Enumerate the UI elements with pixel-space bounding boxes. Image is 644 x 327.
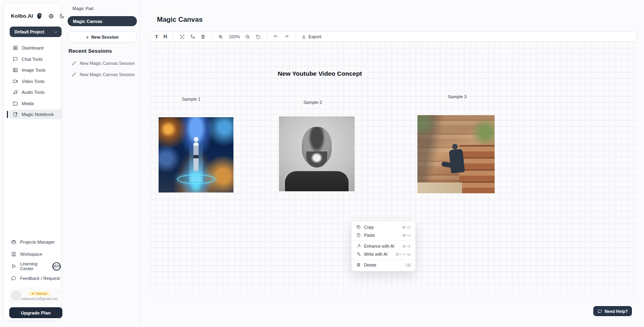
sidebar-item-workspace[interactable]: Workspace [9,249,62,259]
context-menu-enhance-with-ai[interactable]: Enhance with AI ⌘+E [352,242,415,250]
user-account[interactable]: Owner zoharvan12@gmail.com [8,287,63,304]
canvas-toolbar: T H 100% Export [150,31,637,42]
need-help-button[interactable]: Need Help? [593,306,632,316]
menu-shortcut: ⌘+⇧+W [395,252,411,257]
heading-tool-button[interactable]: H [163,34,167,39]
canvas-heading[interactable]: New Youtube Video Concept [278,70,362,77]
sample-1-image[interactable] [159,117,233,192]
undo-button[interactable] [273,34,279,39]
menu-divider [352,259,415,260]
new-session-button[interactable]: + New Session [68,31,137,43]
zoom-level: 100% [229,34,240,39]
need-help-label: Need Help? [605,309,628,314]
context-menu-paste[interactable]: Paste ⌘+V [352,231,415,239]
divider [212,34,212,40]
menu-label: Write with AI [364,252,392,257]
chevron-down-icon [54,30,58,34]
audio-icon [12,89,18,95]
menu-label: Paste [364,233,399,238]
feedback-bubble-icon [11,275,17,281]
sidebar-item-label: Image Tools [22,68,45,72]
user-email: zoharvan12@gmail.com [21,297,58,301]
context-menu-delete[interactable]: Delete ⌫ [352,261,415,269]
language-globe-icon[interactable] [48,13,54,19]
sample-1-label[interactable]: Sample 1 [182,97,200,101]
nav-magic-pad[interactable]: Magic Pad [72,6,93,11]
folder-icon [12,101,18,106]
session-label: New Magic Canvas Session [80,72,135,77]
menu-divider [352,240,415,241]
new-session-label: New Session [91,35,119,39]
sidebar-item-label: Dashboard [22,46,43,50]
sample-3-label[interactable]: Sample 3 [448,94,466,99]
menu-shortcut: ⌘+V [402,233,411,238]
export-button[interactable]: Export [301,34,321,39]
notebook-icon [12,112,18,117]
session-item[interactable]: New Magic Canvas Session [72,72,135,77]
learning-progress-badge: 66% [52,262,61,271]
sessions-panel: Magic Pad Magic Canvas + New Session Rec… [61,0,140,327]
sidebar-item-projects-manager[interactable]: Projects Manager [9,237,62,247]
menu-shortcut: ⌘+C [402,225,411,230]
sidebar-item-media[interactable]: Media [9,99,62,108]
user-meta: Owner zoharvan12@gmail.com [21,291,57,301]
sample-2-image[interactable] [279,116,355,191]
seated-person [449,149,465,174]
magic-wand-icon [356,244,361,248]
sidebar-item-feedback-request[interactable]: Feedback / Request [9,273,62,283]
divider [267,34,267,40]
redo-button[interactable] [284,34,289,39]
chevron-up-icon [57,291,61,294]
nav-magic-canvas[interactable]: Magic Canvas [68,16,137,26]
sidebar-item-dashboard[interactable]: Dashboard [9,43,62,53]
context-menu: Copy ⌘+C Paste ⌘+V Enhance with AI ⌘+E W… [351,221,416,271]
dashboard-icon [12,45,18,51]
pencil-icon [72,72,76,77]
image-icon [12,67,18,73]
menu-label: Enhance with AI [364,244,399,248]
brand-logo: Kolbo.AI [11,13,33,19]
dark-mode-moon-icon[interactable] [59,13,65,19]
session-label: New Magic Canvas Session [80,61,135,66]
magic-canvas-grid[interactable]: New Youtube Video Concept Sample 1 Sampl… [150,42,637,304]
sparkles-icon [356,252,361,257]
context-menu-copy[interactable]: Copy ⌘+C [352,223,415,231]
divider [295,34,295,40]
zoom-out-button[interactable] [245,34,250,39]
project-selector-label: Default Project [14,29,54,34]
reset-view-button[interactable] [256,34,261,39]
sidebar-nav: Dashboard Chat Tools Image Tools Video T… [9,43,62,119]
text-tool-button[interactable]: T [155,34,158,39]
robot-figure [194,142,199,171]
capture-tool-button[interactable] [180,34,185,39]
delete-tool-button[interactable] [200,34,206,39]
paste-icon [356,233,361,238]
context-menu-write-with-ai[interactable]: Write with AI ⌘+⇧+W [352,250,415,258]
sidebar-item-video-tools[interactable]: Video Tools [9,77,62,86]
upgrade-plan-button[interactable]: Upgrade Plan [9,307,62,318]
sidebar-item-magic-notebook[interactable]: Magic Notebook [9,110,62,119]
sidebar-item-image-tools[interactable]: Image Tools [9,65,62,75]
portrait-shoulders [285,171,349,191]
sample-3-image[interactable] [417,115,495,193]
avatar [11,290,21,301]
project-selector[interactable]: Default Project [10,27,62,37]
role-badge: Owner [28,291,51,296]
sidebar-item-label: Video Tools [22,79,44,84]
session-item[interactable]: New Magic Canvas Session [72,61,135,66]
page-title: Magic Canvas [157,16,202,24]
sidebar-item-audio-tools[interactable]: Audio Tools [9,87,62,97]
crown-icon [31,292,35,295]
sidebar-item-label: Feedback / Request [20,276,60,281]
sidebar-item-label: Magic Notebook [22,112,54,117]
briefcase-icon [11,239,17,245]
sidebar-item-chat-tools[interactable]: Chat Tools [9,54,62,64]
sidebar-item-learning-center[interactable]: Learning Center 66% [9,261,62,271]
sidebar-item-label: Learning Center [20,261,48,271]
chat-icon [12,56,18,62]
zoom-in-button[interactable] [218,34,223,39]
connector-tool-button[interactable] [190,34,195,39]
recent-sessions-heading: Recent Sessions [68,48,112,54]
sample-2-label[interactable]: Sample 2 [303,100,322,105]
menu-shortcut: ⌘+E [402,244,411,248]
